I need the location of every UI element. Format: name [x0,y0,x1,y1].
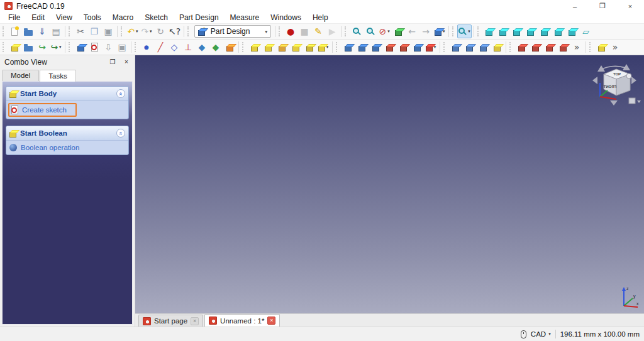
draft-button[interactable] [542,40,556,54]
navigate-back-button[interactable]: ← [405,24,419,38]
linear-pattern-button[interactable] [462,40,476,54]
view-left-button[interactable] [565,24,579,38]
new-document-button[interactable] [8,24,21,38]
menu-file[interactable]: File [3,13,26,23]
create-body-button[interactable] [74,40,87,54]
paste-button[interactable]: ▣ [101,24,115,38]
zoom-tools-button[interactable]: ▾ [457,24,472,38]
print-button[interactable]: ▤ [49,24,63,38]
box-element-selection-button[interactable] [391,24,405,38]
subtractive-helix-button[interactable] [410,40,424,54]
revolution-button[interactable] [261,40,275,54]
close-button[interactable]: × [616,0,644,12]
hole-button[interactable] [355,40,369,54]
pad-button[interactable] [247,40,261,54]
link-actions-button[interactable]: ↪▾ [49,40,63,54]
additive-primitives-button[interactable]: ▾ [316,40,330,54]
measure-tape-button[interactable] [594,40,608,54]
make-link-button[interactable]: ↪ [35,40,49,54]
dock-close-icon[interactable]: × [121,57,132,67]
create-datum-button[interactable]: ▣ [115,40,129,54]
datum-point-button[interactable]: ● [140,40,153,54]
macro-edit-button[interactable]: ✎ [311,24,325,38]
additive-loft-button[interactable] [275,40,289,54]
redo-button[interactable]: ↷▾ [140,24,153,38]
undo-button[interactable]: ↶▾ [126,24,140,38]
collapse-section-icon[interactable]: « [116,89,125,98]
cut-button[interactable]: ✂ [74,24,87,38]
task-section-header-start-boolean[interactable]: Start Boolean« [6,126,128,141]
view-top-button[interactable] [510,24,524,38]
create-sketch-button[interactable] [87,40,101,54]
restore-button[interactable]: ❐ [589,0,616,12]
link-navigation-button[interactable]: ▾ [433,24,447,38]
fit-all-button[interactable] [350,24,364,38]
axonometric-view-button[interactable] [482,24,496,38]
open-document-button[interactable] [21,24,35,38]
save-document-button[interactable]: ⇓ [35,24,49,38]
3d-viewport[interactable]: TOP FRONT z [135,55,644,313]
sub-object-shape-binder-button[interactable]: ◆ [209,40,223,54]
navigate-forward-button[interactable]: → [419,24,433,38]
dock-float-icon[interactable]: ❐ [107,57,118,67]
menu-measure[interactable]: Measure [225,13,265,23]
local-coordinate-system-button[interactable]: ⊥ [181,40,195,54]
pocket-button[interactable] [341,40,355,54]
menu-windows[interactable]: Windows [265,13,307,23]
macro-play-button[interactable]: ▶ [325,24,339,38]
minimize-button[interactable]: – [561,0,589,12]
measure-overflow-button[interactable]: » [608,40,622,54]
close-tab-icon[interactable]: × [191,317,199,325]
map-sketch-to-face-button[interactable]: ⇩ [101,40,115,54]
shape-binder-button[interactable]: ◆ [195,40,209,54]
menu-view[interactable]: View [50,13,78,23]
chamfer-button[interactable] [528,40,542,54]
fillet-button[interactable] [514,40,528,54]
polar-pattern-button[interactable] [476,40,490,54]
create-part-button[interactable] [8,40,21,54]
create-group-button[interactable] [21,40,35,54]
create-sketch-task-item[interactable]: Create sketch [6,101,128,119]
clone-button[interactable] [223,40,236,54]
boolean-operation-task-item[interactable]: Boolean operation [6,141,128,154]
subtractive-primitives-button[interactable]: ▾ [424,40,438,54]
menu-help[interactable]: Help [307,13,334,23]
whats-this-button[interactable]: ↖? [167,24,182,38]
tab-tasks[interactable]: Tasks [40,70,75,82]
document-tab-start-page[interactable]: Start page× [138,315,203,327]
modeling-overflow-button[interactable]: » [570,40,584,54]
draw-style-button[interactable]: ⊘▾ [377,24,391,38]
task-section-header-start-body[interactable]: Start Body« [6,87,128,101]
collapse-section-icon[interactable]: « [116,129,125,138]
subtractive-loft-button[interactable] [382,40,396,54]
groove-button[interactable] [369,40,382,54]
navigation-cube[interactable]: TOP FRONT [589,59,641,109]
view-front-button[interactable] [496,24,510,38]
tab-model[interactable]: Model [2,70,39,81]
subtractive-pipe-button[interactable] [396,40,410,54]
datum-line-button[interactable]: ╱ [153,40,167,54]
menu-macro[interactable]: Macro [107,13,139,23]
menu-sketch[interactable]: Sketch [139,13,174,23]
workbench-selector-dropdown[interactable]: ✎Part Design▾ [194,25,271,38]
measure-distance-button[interactable]: ▱ [579,24,593,38]
refresh-button[interactable]: ↻ [153,24,167,38]
datum-plane-button[interactable]: ◇ [167,40,181,54]
navigation-style-dropdown[interactable]: CAD ▾ [531,330,551,338]
macro-record-button[interactable]: ● [284,24,297,38]
view-bottom-button[interactable] [552,24,565,38]
copy-button[interactable]: ❐ [87,24,101,38]
menu-edit[interactable]: Edit [26,13,50,23]
additive-helix-button[interactable] [303,40,316,54]
mirrored-button[interactable] [448,40,462,54]
fit-selection-button[interactable] [364,24,377,38]
macro-stop-button[interactable]: ■ [297,24,311,38]
view-right-button[interactable] [524,24,538,38]
additive-pipe-button[interactable] [289,40,303,54]
thickness-button[interactable] [556,40,570,54]
document-tab-unnamed-1[interactable]: Unnamed : 1*× [204,314,280,327]
menu-tools[interactable]: Tools [78,13,107,23]
view-rear-button[interactable] [538,24,552,38]
multi-transform-button[interactable] [490,40,504,54]
close-tab-icon[interactable]: × [267,317,275,325]
